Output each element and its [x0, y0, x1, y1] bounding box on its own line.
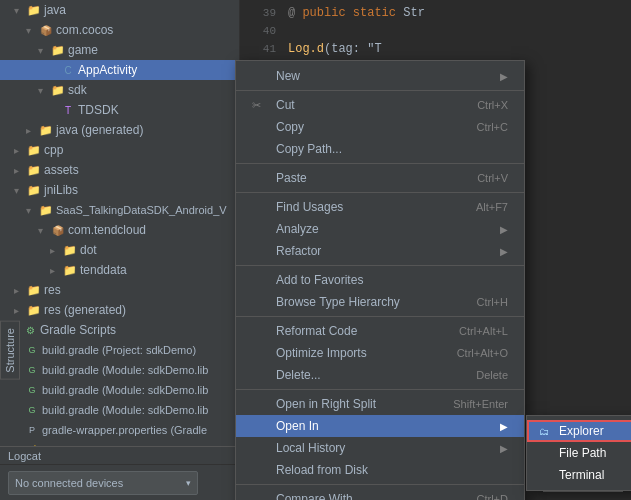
menu-label: New — [276, 69, 496, 83]
context-menu-overlay: New ▶ ✂ Cut Ctrl+X Copy Ctrl+C Copy Path… — [0, 0, 631, 500]
menu-item-paste[interactable]: Paste Ctrl+V — [236, 167, 524, 189]
menu-label: Local History — [276, 441, 496, 455]
menu-label: Paste — [276, 171, 457, 185]
submenu-item-terminal[interactable]: Terminal — [527, 464, 631, 486]
menu-label: Compare With... — [276, 492, 457, 500]
submenu-item-explorer[interactable]: 🗂 Explorer — [527, 420, 631, 442]
menu-separator — [236, 484, 524, 485]
shortcut-text: Ctrl+D — [477, 493, 508, 500]
shortcut-text: Ctrl+H — [477, 296, 508, 308]
menu-label: Copy — [276, 120, 457, 134]
submenu-arrow-icon: ▶ — [500, 421, 508, 432]
menu-separator — [236, 163, 524, 164]
context-menu: New ▶ ✂ Cut Ctrl+X Copy Ctrl+C Copy Path… — [235, 60, 525, 500]
submenu-label: Explorer — [559, 424, 604, 438]
menu-label: Refactor — [276, 244, 496, 258]
menu-separator — [236, 389, 524, 390]
menu-item-reload[interactable]: Reload from Disk — [236, 459, 524, 481]
menu-label: Open in Right Split — [276, 397, 433, 411]
submenu-arrow-icon: ▶ — [500, 246, 508, 257]
submenu-arrow-icon: ▶ — [500, 71, 508, 82]
cut-icon: ✂ — [252, 99, 270, 112]
menu-item-open-in[interactable]: Open In ▶ 🗂 Explorer File Path Terminal — [236, 415, 524, 437]
shortcut-text: Ctrl+C — [477, 121, 508, 133]
shortcut-text: Alt+F7 — [476, 201, 508, 213]
submenu-label: Terminal — [559, 468, 604, 482]
menu-item-local-history[interactable]: Local History ▶ — [236, 437, 524, 459]
menu-item-find-usages[interactable]: Find Usages Alt+F7 — [236, 196, 524, 218]
menu-item-analyze[interactable]: Analyze ▶ — [236, 218, 524, 240]
shortcut-text: Ctrl+V — [477, 172, 508, 184]
menu-item-browse-type[interactable]: Browse Type Hierarchy Ctrl+H — [236, 291, 524, 313]
open-in-submenu: 🗂 Explorer File Path Terminal — [526, 415, 631, 491]
submenu-arrow-icon: ▶ — [500, 443, 508, 454]
menu-item-cut[interactable]: ✂ Cut Ctrl+X — [236, 94, 524, 116]
menu-label: Delete... — [276, 368, 456, 382]
submenu-label: File Path — [559, 446, 606, 460]
menu-label: Browse Type Hierarchy — [276, 295, 457, 309]
menu-separator — [236, 265, 524, 266]
menu-item-copy-path[interactable]: Copy Path... — [236, 138, 524, 160]
menu-label: Add to Favorites — [276, 273, 508, 287]
menu-separator — [236, 316, 524, 317]
menu-item-compare[interactable]: Compare With... Ctrl+D — [236, 488, 524, 500]
explorer-icon: 🗂 — [539, 426, 555, 437]
shortcut-text: Delete — [476, 369, 508, 381]
menu-label: Reload from Disk — [276, 463, 508, 477]
menu-item-optimize[interactable]: Optimize Imports Ctrl+Alt+O — [236, 342, 524, 364]
menu-item-open-right[interactable]: Open in Right Split Shift+Enter — [236, 393, 524, 415]
shortcut-text: Shift+Enter — [453, 398, 508, 410]
menu-item-refactor[interactable]: Refactor ▶ — [236, 240, 524, 262]
menu-label: Reformat Code — [276, 324, 439, 338]
menu-item-delete[interactable]: Delete... Delete — [236, 364, 524, 386]
menu-label: Find Usages — [276, 200, 456, 214]
menu-item-copy[interactable]: Copy Ctrl+C — [236, 116, 524, 138]
menu-label: Analyze — [276, 222, 496, 236]
shortcut-text: Ctrl+Alt+L — [459, 325, 508, 337]
menu-item-add-favorites[interactable]: Add to Favorites — [236, 269, 524, 291]
menu-label: Optimize Imports — [276, 346, 437, 360]
submenu-arrow-icon: ▶ — [500, 224, 508, 235]
menu-separator — [236, 192, 524, 193]
menu-item-reformat[interactable]: Reformat Code Ctrl+Alt+L — [236, 320, 524, 342]
shortcut-text: Ctrl+X — [477, 99, 508, 111]
menu-separator — [236, 90, 524, 91]
menu-label: Open In — [276, 419, 496, 433]
submenu-item-filepath[interactable]: File Path — [527, 442, 631, 464]
menu-label: Copy Path... — [276, 142, 508, 156]
menu-item-new[interactable]: New ▶ — [236, 65, 524, 87]
shortcut-text: Ctrl+Alt+O — [457, 347, 508, 359]
menu-label: Cut — [276, 98, 457, 112]
